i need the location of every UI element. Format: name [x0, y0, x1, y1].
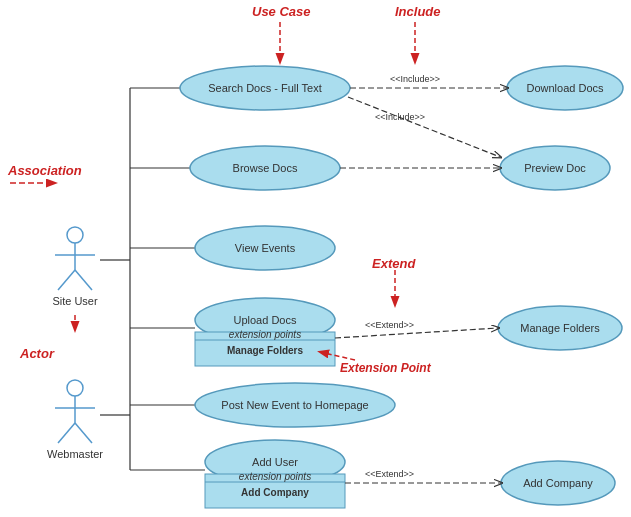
upload-ext-label2: Manage Folders: [227, 345, 304, 356]
use-case-annotation: Use Case: [252, 4, 311, 19]
webmaster-head: [67, 380, 83, 396]
post-event-label: Post New Event to Homepage: [221, 399, 368, 411]
view-events-label: View Events: [235, 242, 296, 254]
add-user-label: Add User: [252, 456, 298, 468]
preview-doc-label: Preview Doc: [524, 162, 586, 174]
association-label-text: Association: [7, 163, 82, 178]
upload-docs-label: Upload Docs: [234, 314, 297, 326]
site-user-label: Site User: [52, 295, 98, 307]
upload-ext-label1: extension points: [229, 329, 301, 340]
download-docs-label: Download Docs: [526, 82, 604, 94]
site-user-leg-right: [75, 270, 92, 290]
include-search-preview: [348, 97, 500, 157]
extend-label-1: <<Extend>>: [365, 320, 414, 330]
ext-point-annotation: Extension Point: [340, 361, 432, 375]
browse-docs-label: Browse Docs: [233, 162, 298, 174]
include-label-1: <<Include>>: [390, 74, 440, 84]
extend-upload-manage: [335, 328, 498, 338]
manage-folders-label: Manage Folders: [520, 322, 600, 334]
add-company-label: Add Company: [523, 477, 593, 489]
include-annotation: Include: [395, 4, 441, 19]
webmaster-leg-right: [75, 423, 92, 443]
webmaster-leg-left: [58, 423, 75, 443]
site-user-leg-left: [58, 270, 75, 290]
add-user-ext-label2: Add Company: [241, 487, 309, 498]
site-user-head: [67, 227, 83, 243]
extend-label-2: <<Extend>>: [365, 469, 414, 479]
search-docs-label: Search Docs - Full Text: [208, 82, 322, 94]
add-user-ext-label1: extension points: [239, 471, 311, 482]
extend-annotation: Extend: [372, 256, 416, 271]
include-label-2: <<Include>>: [375, 112, 425, 122]
webmaster-label: Webmaster: [47, 448, 103, 460]
actor-label-text: Actor: [19, 346, 55, 361]
